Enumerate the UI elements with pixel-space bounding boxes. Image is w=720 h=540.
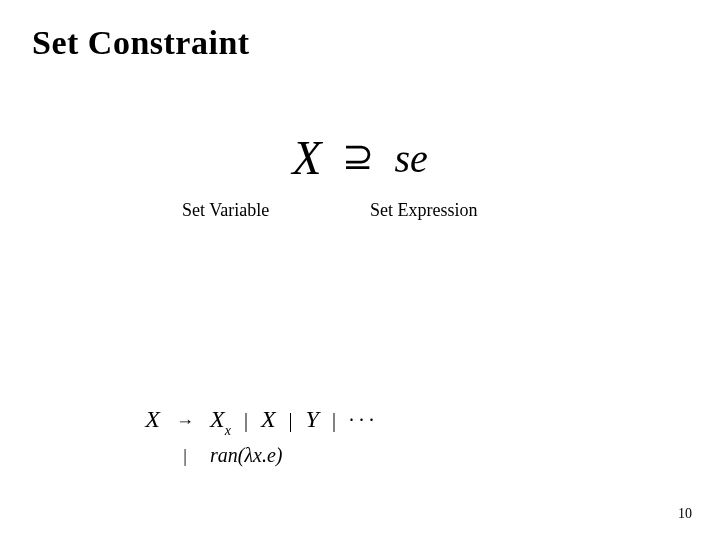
formula-rhs: se (395, 135, 428, 182)
grammar-rhs-2: ran(λx.e) (210, 439, 283, 471)
grammar-x: X (261, 406, 276, 432)
label-set-expression: Set Expression (370, 200, 478, 221)
grammar-xx: X (210, 406, 225, 432)
grammar-rhs-1: Xx | X | Y | · · · (210, 400, 374, 439)
formula-content: X ⊇ se (292, 131, 428, 177)
grammar-arrow: → (160, 407, 210, 436)
label-set-variable: Set Variable (182, 200, 269, 221)
grammar-bar-3: | (332, 409, 336, 431)
formula-lhs: X (292, 134, 321, 182)
superset-symbol: ⊇ (342, 134, 374, 178)
grammar-dots: · · · (349, 409, 374, 431)
grammar-bar-2: | (289, 409, 293, 431)
main-formula: X ⊇ se (0, 130, 720, 182)
grammar-lhs-sym: X (145, 406, 160, 432)
page-number: 10 (678, 506, 692, 522)
grammar-line-1: X → Xx | X | Y | · · · (120, 400, 374, 439)
grammar-lhs: X (120, 400, 160, 438)
page-title: Set Constraint (32, 24, 688, 62)
grammar-bar-1: | (244, 409, 248, 431)
grammar-block: X → Xx | X | Y | · · · | ran(λx.e) (120, 400, 374, 471)
slide: Set Constraint X ⊇ se Set Variable Set E… (0, 0, 720, 540)
grammar-line-2: | ran(λx.e) (120, 439, 374, 471)
grammar-xx-sub: x (225, 423, 231, 438)
grammar-line2-sep: | (160, 442, 210, 471)
grammar-y: Y (306, 406, 319, 432)
